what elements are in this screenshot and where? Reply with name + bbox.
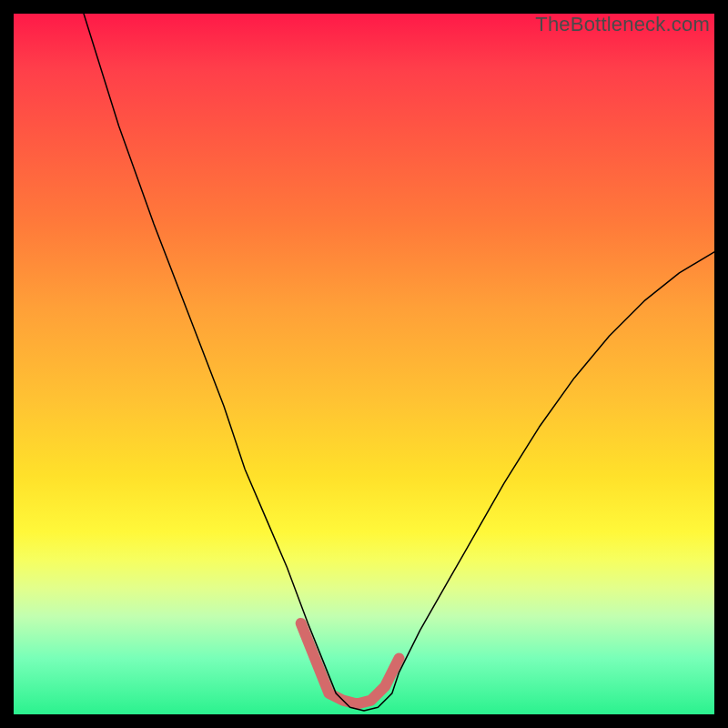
plot-area bbox=[14, 14, 714, 714]
chart-frame: TheBottleneck.com bbox=[0, 0, 728, 728]
